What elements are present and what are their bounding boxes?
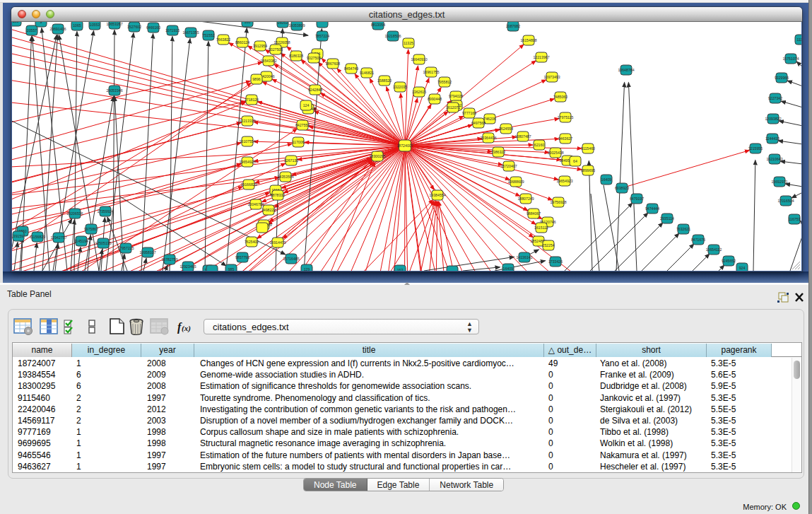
svg-text:11325: 11325 xyxy=(404,41,413,45)
svg-text:9327505: 9327505 xyxy=(307,56,321,60)
svg-text:1612071: 1612071 xyxy=(446,105,460,110)
svg-text:9896: 9896 xyxy=(252,77,261,81)
svg-text:12505135: 12505135 xyxy=(95,241,111,245)
svg-text:1733426: 1733426 xyxy=(548,259,563,264)
svg-text:1527602: 1527602 xyxy=(127,25,141,29)
svg-text:12942757: 12942757 xyxy=(50,235,66,240)
svg-text:9975867: 9975867 xyxy=(84,227,98,231)
svg-text:15692971: 15692971 xyxy=(771,180,787,184)
svg-text:7663822: 7663822 xyxy=(216,37,230,42)
svg-text:10688609: 10688609 xyxy=(507,180,524,184)
svg-text:19384554: 19384554 xyxy=(429,193,445,197)
svg-text:16671355: 16671355 xyxy=(182,30,199,35)
svg-text:39159: 39159 xyxy=(13,234,24,238)
svg-text:1244415: 1244415 xyxy=(765,136,779,141)
svg-text:10025438: 10025438 xyxy=(547,151,563,155)
svg-text:6497568: 6497568 xyxy=(471,121,486,125)
svg-text:7632621: 7632621 xyxy=(676,227,690,231)
svg-text:16543382: 16543382 xyxy=(260,59,276,63)
svg-text:9474444: 9474444 xyxy=(645,206,659,211)
svg-text:10973493: 10973493 xyxy=(543,75,560,79)
svg-text:2718126: 2718126 xyxy=(245,98,259,102)
svg-text:1071915: 1071915 xyxy=(165,28,180,33)
svg-text:20206536: 20206536 xyxy=(66,211,83,216)
svg-text:18724007: 18724007 xyxy=(396,144,413,148)
svg-text:20691406: 20691406 xyxy=(49,27,66,31)
svg-text:6938923: 6938923 xyxy=(615,186,629,190)
svg-text:20053346: 20053346 xyxy=(106,88,122,93)
svg-text:6899695: 6899695 xyxy=(581,168,595,173)
svg-text:16914479: 16914479 xyxy=(269,240,286,245)
svg-text:1065: 1065 xyxy=(73,23,81,28)
svg-text:117006: 117006 xyxy=(293,140,305,144)
svg-text:163: 163 xyxy=(397,268,404,271)
svg-text:19166829: 19166829 xyxy=(240,182,257,187)
svg-text:3267130: 3267130 xyxy=(284,158,298,163)
svg-text:(x): (x) xyxy=(182,324,191,333)
svg-text:180: 180 xyxy=(13,22,19,23)
svg-text:8427552: 8427552 xyxy=(295,123,310,127)
svg-text:16210643: 16210643 xyxy=(766,157,782,161)
svg-text:20364436: 20364436 xyxy=(480,136,496,140)
svg-text:11156829: 11156829 xyxy=(30,235,45,239)
svg-text:7386322: 7386322 xyxy=(491,150,505,154)
svg-text:8860124: 8860124 xyxy=(235,40,249,45)
svg-text:9242848: 9242848 xyxy=(308,88,322,92)
svg-text:10807487: 10807487 xyxy=(514,134,531,139)
svg-text:17975115: 17975115 xyxy=(558,115,574,119)
svg-text:15716485: 15716485 xyxy=(283,257,299,261)
svg-text:9777169: 9777169 xyxy=(462,111,476,115)
svg-text:1588520: 1588520 xyxy=(377,78,392,83)
svg-text:10653267: 10653267 xyxy=(106,22,122,26)
svg-text:10654112: 10654112 xyxy=(706,247,722,252)
svg-text:9329966: 9329966 xyxy=(775,76,789,80)
svg-text:9884067: 9884067 xyxy=(526,211,541,216)
svg-text:18807249: 18807249 xyxy=(517,197,534,201)
svg-text:16053: 16053 xyxy=(278,22,288,25)
svg-text:12923465: 12923465 xyxy=(180,264,196,269)
svg-text:124: 124 xyxy=(303,103,310,107)
svg-text:10958107: 10958107 xyxy=(139,250,155,255)
svg-text:9115460: 9115460 xyxy=(581,146,595,151)
svg-text:7857224: 7857224 xyxy=(315,34,329,38)
svg-text:9794028: 9794028 xyxy=(449,94,463,98)
svg-text:19218506: 19218506 xyxy=(384,34,401,38)
svg-text:3624554: 3624554 xyxy=(499,127,513,131)
svg-text:8186328: 8186328 xyxy=(289,54,303,58)
svg-text:7485063: 7485063 xyxy=(553,95,567,99)
svg-text:9463627: 9463627 xyxy=(558,136,572,141)
svg-text:9245652: 9245652 xyxy=(722,259,736,263)
svg-text:19756928: 19756928 xyxy=(550,200,566,204)
svg-text:16107554: 16107554 xyxy=(239,139,255,144)
svg-text:1112: 1112 xyxy=(797,37,801,42)
svg-text:16053809: 16053809 xyxy=(288,23,305,28)
svg-text:14136141: 14136141 xyxy=(516,255,532,259)
svg-text:20557: 20557 xyxy=(27,28,37,33)
svg-text:2935114: 2935114 xyxy=(660,216,674,221)
svg-text:16640910: 16640910 xyxy=(411,57,427,62)
svg-text:9: 9 xyxy=(40,22,42,24)
svg-text:9327505: 9327505 xyxy=(269,47,283,52)
svg-text:116753: 116753 xyxy=(789,217,801,221)
svg-text:7625402: 7625402 xyxy=(245,240,259,244)
svg-text:19654923: 19654923 xyxy=(556,179,572,183)
svg-text:6479197: 6479197 xyxy=(630,197,644,201)
svg-text:7955812: 7955812 xyxy=(437,80,452,84)
svg-text:129: 129 xyxy=(304,267,310,271)
svg-text:16782759: 16782759 xyxy=(161,257,177,262)
svg-text:1322035: 1322035 xyxy=(393,85,407,89)
svg-text:12093822: 12093822 xyxy=(765,117,781,121)
svg-text:6466160: 6466160 xyxy=(146,25,160,30)
svg-text:2867608: 2867608 xyxy=(326,62,340,66)
svg-text:985: 985 xyxy=(228,267,235,271)
svg-text:8813054: 8813054 xyxy=(371,23,385,27)
svg-text:14353594: 14353594 xyxy=(277,175,293,179)
svg-text:15751074: 15751074 xyxy=(782,57,799,61)
svg-text:3498222: 3498222 xyxy=(261,208,276,212)
svg-text:18300295: 18300295 xyxy=(369,154,385,158)
svg-text:16961755: 16961755 xyxy=(423,70,439,74)
svg-text:1145194: 1145194 xyxy=(74,239,88,243)
svg-text:15720407: 15720407 xyxy=(500,164,517,168)
svg-text:751552: 751552 xyxy=(202,33,214,37)
svg-text:12213319: 12213319 xyxy=(239,119,255,123)
